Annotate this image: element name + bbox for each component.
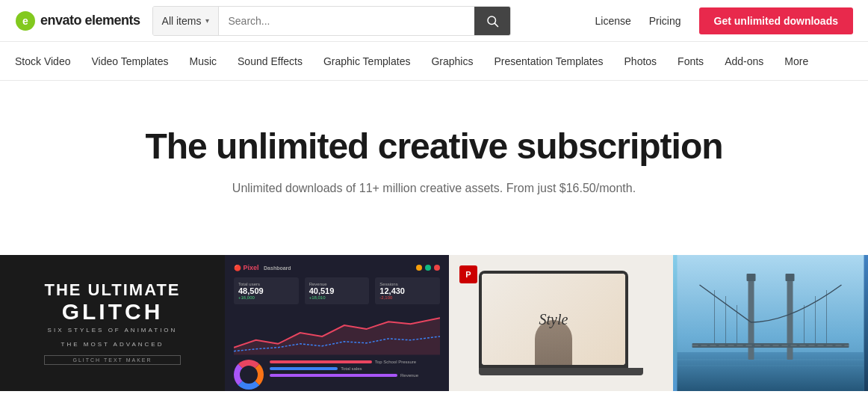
bar-label-3: Revenue xyxy=(400,373,418,378)
logo-text: envato elements xyxy=(40,13,140,28)
laptop-screen: Style xyxy=(482,274,625,365)
hero-title: The unlimited creative subscription xyxy=(15,126,853,167)
preview-card-dashboard[interactable]: 🔴 Pixel Dashboard Total users 48,509 +16… xyxy=(225,255,449,391)
stat-change-1: +16,000 xyxy=(238,295,294,300)
category-navigation: Stock Video Video Templates Music Sound … xyxy=(0,42,868,81)
stat-box-1: Total users 48,509 +16,000 xyxy=(234,277,299,304)
dashboard-stats: Total users 48,509 +16,000 Revenue 40,51… xyxy=(234,277,440,304)
all-items-dropdown[interactable]: All items ▾ xyxy=(153,7,220,35)
preview-card-presentation[interactable]: P Style xyxy=(449,255,673,391)
preview-grid: THE ULTIMATE GLITCH SIX STYLES OF ANIMAT… xyxy=(0,255,868,391)
glitch-title-line1: THE ULTIMATE xyxy=(44,281,180,299)
cat-photos[interactable]: Photos xyxy=(624,52,657,70)
dashboard-brand: 🔴 Pixel Dashboard xyxy=(234,264,291,271)
bar-1 xyxy=(270,360,372,363)
bar-2 xyxy=(270,367,338,370)
dashboard-bottom: Top School Pressure Total sales Revenue xyxy=(234,360,440,390)
preview-card-bridge[interactable] xyxy=(673,255,868,391)
glitch-subtitle: SIX STYLES OF ANIMATION xyxy=(44,327,180,333)
pricing-link[interactable]: Pricing xyxy=(649,15,681,27)
ppt-icon: P xyxy=(459,265,477,283)
cat-graphic-templates[interactable]: Graphic Templates xyxy=(323,52,410,70)
search-input[interactable] xyxy=(219,7,474,35)
svg-rect-11 xyxy=(747,274,756,281)
stat-value-2: 40,519 xyxy=(309,286,365,295)
bridge-svg xyxy=(673,255,868,391)
nav-links: License Pricing Get unlimited downloads xyxy=(595,7,853,34)
svg-text:e: e xyxy=(22,15,28,27)
dash-ctrl-max xyxy=(425,265,431,271)
bottom-stat-3: Revenue xyxy=(270,373,440,378)
hero-section: The unlimited creative subscription Unli… xyxy=(0,81,868,255)
donut-chart xyxy=(234,360,264,390)
glitch-content: THE ULTIMATE GLITCH SIX STYLES OF ANIMAT… xyxy=(44,281,180,365)
dash-ctrl-close xyxy=(434,265,440,271)
cat-video-templates[interactable]: Video Templates xyxy=(91,52,168,70)
svg-rect-12 xyxy=(786,274,795,281)
bar-label-1: Top School Pressure xyxy=(375,360,416,364)
stat-value-1: 48,509 xyxy=(238,286,294,295)
stat-value-3: 12,430 xyxy=(379,286,435,295)
license-link[interactable]: License xyxy=(595,15,630,27)
cat-sound-effects[interactable]: Sound Effects xyxy=(238,52,303,70)
cat-presentation-templates[interactable]: Presentation Templates xyxy=(494,52,603,70)
dashboard-header: 🔴 Pixel Dashboard xyxy=(234,264,440,271)
dash-controls xyxy=(416,265,440,271)
bottom-stats: Top School Pressure Total sales Revenue xyxy=(270,360,440,390)
dropdown-label: All items xyxy=(162,15,202,27)
stat-box-3: Sessions 12,430 -2,100 xyxy=(375,277,440,304)
glitch-title-line2: GLITCH xyxy=(44,299,180,324)
bar-label-2: Total sales xyxy=(341,366,362,371)
search-container: All items ▾ xyxy=(152,6,511,36)
bottom-stat-1: Top School Pressure xyxy=(270,360,440,364)
dashboard-chart xyxy=(234,310,440,355)
cat-fonts[interactable]: Fonts xyxy=(678,52,704,70)
cat-stock-video[interactable]: Stock Video xyxy=(15,52,70,70)
glitch-line5: GLITCH TEXT MAKER xyxy=(44,355,180,365)
cat-addons[interactable]: Add-ons xyxy=(725,52,763,70)
cat-music[interactable]: Music xyxy=(189,52,217,70)
stat-box-2: Revenue 40,519 +18,010 xyxy=(305,277,370,304)
stat-change-2: +18,010 xyxy=(309,295,365,300)
svg-line-3 xyxy=(495,23,497,26)
cat-more[interactable]: More xyxy=(784,52,808,70)
chevron-down-icon: ▾ xyxy=(205,16,209,25)
search-icon xyxy=(486,14,499,28)
dash-ctrl-min xyxy=(416,265,422,271)
hero-subtitle: Unlimited downloads of 11+ million creat… xyxy=(15,182,853,195)
top-navigation: e envato elements All items ▾ License Pr… xyxy=(0,0,868,42)
svg-rect-6 xyxy=(678,352,864,391)
glitch-line4: THE MOST ADVANCED xyxy=(44,341,180,348)
laptop-base xyxy=(479,368,643,375)
laptop-wrapper: Style xyxy=(449,255,673,391)
preview-card-glitch[interactable]: THE ULTIMATE GLITCH SIX STYLES OF ANIMAT… xyxy=(0,255,225,391)
logo[interactable]: e envato elements xyxy=(15,10,140,31)
stat-change-3: -2,100 xyxy=(379,295,435,300)
chart-svg xyxy=(234,310,440,355)
cat-graphics[interactable]: Graphics xyxy=(431,52,473,70)
get-unlimited-button[interactable]: Get unlimited downloads xyxy=(699,7,853,34)
laptop-body: Style xyxy=(479,271,628,368)
bar-3 xyxy=(270,374,397,377)
search-button[interactable] xyxy=(474,7,510,35)
laptop-slide-text: Style xyxy=(539,311,568,328)
logo-icon: e xyxy=(15,10,36,31)
bottom-stat-2: Total sales xyxy=(270,366,440,371)
